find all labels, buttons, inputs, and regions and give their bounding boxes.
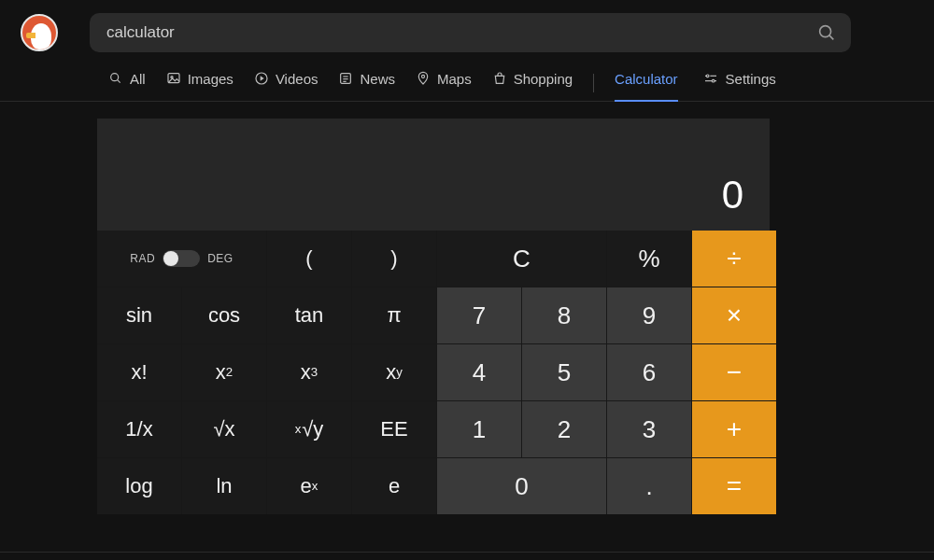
- tab-news[interactable]: News: [338, 65, 395, 101]
- tab-maps[interactable]: Maps: [416, 65, 472, 101]
- key-3[interactable]: 3: [607, 401, 691, 457]
- key-9[interactable]: 9: [607, 287, 691, 343]
- tab-label: Shopping: [514, 71, 573, 87]
- svg-point-15: [712, 79, 715, 82]
- calc-display: 0: [97, 119, 770, 231]
- calc-display-value: 0: [722, 173, 743, 217]
- tab-videos[interactable]: Videos: [254, 65, 318, 101]
- tab-shopping[interactable]: Shopping: [492, 65, 573, 101]
- search-icon: [816, 22, 837, 43]
- search-box: [90, 13, 851, 52]
- key-e-power-x[interactable]: ex: [267, 458, 351, 514]
- key-ln[interactable]: ln: [182, 458, 266, 514]
- calc-keypad: RAD DEG ( ) C % ÷ sin cos tan π 7 8 9 × …: [97, 231, 770, 514]
- calculator-module: 0 RAD DEG ( ) C % ÷ sin cos tan π 7 8 9 …: [97, 119, 770, 514]
- key-e[interactable]: e: [352, 458, 436, 514]
- settings-icon: [702, 71, 719, 86]
- site-logo[interactable]: [21, 14, 58, 51]
- key-sqrt[interactable]: √x: [182, 401, 266, 457]
- tab-label: News: [360, 71, 395, 87]
- key-cos[interactable]: cos: [182, 287, 266, 343]
- svg-line-1: [829, 35, 833, 39]
- key-log[interactable]: log: [97, 458, 181, 514]
- rad-label: RAD: [130, 252, 155, 265]
- key-8[interactable]: 8: [522, 287, 606, 343]
- tab-label: Calculator: [615, 71, 678, 87]
- search-button[interactable]: [814, 20, 840, 46]
- key-x-power-y[interactable]: xy: [352, 344, 436, 400]
- key-x-cubed[interactable]: x3: [267, 344, 351, 400]
- key-sin[interactable]: sin: [97, 287, 181, 343]
- rad-deg-toggle-cell: RAD DEG: [97, 231, 266, 287]
- tab-images[interactable]: Images: [166, 65, 234, 101]
- key-1[interactable]: 1: [437, 401, 521, 457]
- key-multiply[interactable]: ×: [692, 287, 776, 343]
- key-factorial[interactable]: x!: [97, 344, 181, 400]
- key-plus[interactable]: +: [692, 401, 776, 457]
- shopping-icon: [492, 71, 507, 86]
- key-equals[interactable]: =: [692, 458, 776, 514]
- key-minus[interactable]: −: [692, 344, 776, 400]
- tab-calculator[interactable]: Calculator: [615, 65, 678, 101]
- deg-label: DEG: [207, 252, 234, 265]
- key-0[interactable]: 0: [437, 458, 606, 514]
- key-decimal[interactable]: .: [607, 458, 691, 514]
- key-x-squared[interactable]: x2: [182, 344, 266, 400]
- tab-label: All: [130, 71, 146, 87]
- key-ee[interactable]: EE: [352, 401, 436, 457]
- news-icon: [338, 71, 353, 86]
- key-5[interactable]: 5: [522, 344, 606, 400]
- key-clear[interactable]: C: [437, 231, 606, 287]
- svg-point-12: [706, 75, 709, 77]
- key-lparen[interactable]: (: [267, 231, 351, 287]
- key-xth-root[interactable]: x√y: [267, 401, 351, 457]
- key-percent[interactable]: %: [607, 231, 691, 287]
- image-icon: [166, 71, 181, 86]
- rad-deg-toggle[interactable]: [163, 250, 200, 267]
- key-tan[interactable]: tan: [267, 287, 351, 343]
- key-2[interactable]: 2: [522, 401, 606, 457]
- tab-label: Settings: [726, 71, 776, 87]
- play-icon: [254, 71, 269, 86]
- key-4[interactable]: 4: [437, 344, 521, 400]
- tab-settings[interactable]: Settings: [702, 65, 776, 101]
- key-pi[interactable]: π: [352, 287, 436, 343]
- key-7[interactable]: 7: [437, 287, 521, 343]
- search-input[interactable]: [106, 23, 814, 42]
- svg-point-0: [820, 26, 831, 37]
- tab-label: Images: [188, 71, 234, 87]
- header: [0, 0, 934, 62]
- key-divide[interactable]: ÷: [692, 231, 776, 287]
- tab-all[interactable]: All: [108, 65, 146, 101]
- pin-icon: [416, 71, 431, 86]
- search-icon: [108, 71, 123, 86]
- svg-line-3: [118, 80, 120, 83]
- tabs-row: All Images Videos News Maps Shopping Cal…: [0, 62, 934, 102]
- footer-divider: [0, 552, 934, 553]
- key-6[interactable]: 6: [607, 344, 691, 400]
- tab-label: Videos: [276, 71, 318, 87]
- key-reciprocal[interactable]: 1/x: [97, 401, 181, 457]
- toggle-knob: [163, 251, 178, 266]
- svg-point-2: [111, 74, 119, 81]
- key-rparen[interactable]: ): [352, 231, 436, 287]
- tabs-divider: [593, 74, 594, 92]
- svg-point-11: [421, 75, 424, 77]
- tab-label: Maps: [437, 71, 472, 87]
